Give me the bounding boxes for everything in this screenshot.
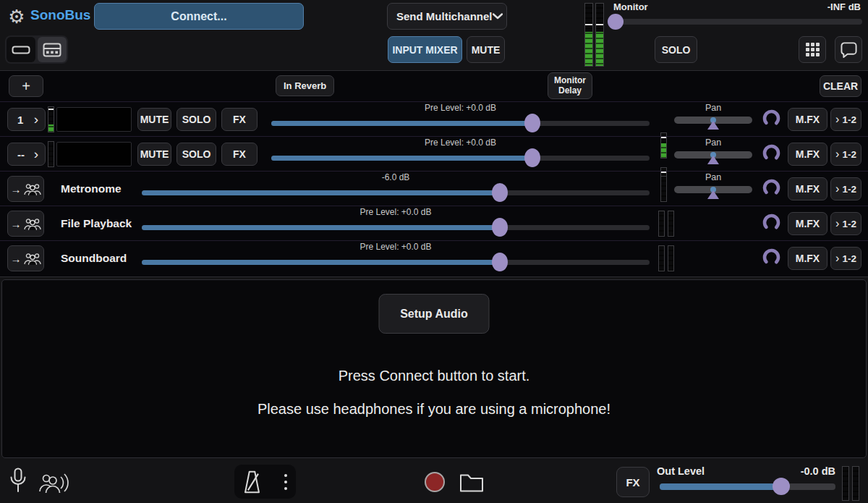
stereo-meter bbox=[658, 245, 674, 271]
view-toggle-group bbox=[5, 35, 68, 64]
record-button[interactable] bbox=[425, 472, 445, 492]
channel-name-box[interactable] bbox=[56, 107, 132, 132]
channel-route-button[interactable]: › 1-2 bbox=[830, 177, 861, 200]
pre-level-thumb[interactable] bbox=[524, 114, 540, 132]
out-level-thumb[interactable] bbox=[773, 478, 790, 495]
group-icon bbox=[24, 253, 41, 265]
pre-level-thumb[interactable] bbox=[524, 148, 540, 167]
channel-fx-button[interactable]: FX bbox=[221, 143, 258, 166]
channel-expand-button[interactable]: 1 › bbox=[7, 108, 46, 131]
level-thumb[interactable] bbox=[492, 218, 508, 237]
setup-audio-button[interactable]: Setup Audio bbox=[379, 294, 490, 334]
level-slider[interactable] bbox=[142, 254, 650, 270]
send-mode-value: Send Multichannel bbox=[396, 10, 493, 22]
send-to-group-button[interactable]: → bbox=[7, 211, 44, 237]
metronome-button[interactable] bbox=[242, 470, 263, 494]
level-thumb[interactable] bbox=[492, 183, 508, 202]
input-mixer-panel: + In Reverb Monitor Delay CLEAR 1 › MUTE… bbox=[0, 70, 868, 277]
channel-mfx-button[interactable]: M.FX bbox=[788, 108, 827, 131]
microphone-icon bbox=[9, 468, 27, 495]
compact-view-icon bbox=[12, 44, 30, 56]
metronome-icon bbox=[242, 470, 263, 494]
send-to-group-button[interactable]: → bbox=[7, 245, 44, 271]
pan-thumb[interactable] bbox=[707, 156, 719, 164]
channel-meter bbox=[48, 106, 54, 132]
send-to-group-button[interactable]: → bbox=[7, 176, 44, 202]
channel-expand-button[interactable]: -- › bbox=[7, 143, 46, 166]
chevron-right-icon: › bbox=[34, 146, 38, 162]
pre-level-slider[interactable] bbox=[271, 115, 650, 131]
row-label: File Playback bbox=[61, 206, 132, 241]
main-input-meters bbox=[584, 3, 604, 67]
monitor-knob[interactable] bbox=[762, 109, 781, 128]
monitor-knob[interactable] bbox=[762, 178, 781, 198]
in-reverb-button[interactable]: In Reverb bbox=[276, 75, 334, 96]
grid-view-button[interactable] bbox=[799, 36, 826, 63]
channel-solo-button[interactable]: SOLO bbox=[176, 143, 216, 166]
pan-thumb[interactable] bbox=[707, 121, 719, 130]
add-channel-button[interactable]: + bbox=[9, 75, 43, 97]
level-slider[interactable] bbox=[142, 185, 650, 200]
channel-route-button[interactable]: › 1-2 bbox=[830, 247, 861, 270]
input-mute-button[interactable] bbox=[9, 468, 27, 495]
monitor-knob[interactable] bbox=[762, 143, 781, 163]
channel-route-button[interactable]: › 1-2 bbox=[830, 108, 861, 131]
pre-level-label: Pre Level: +0.0 dB bbox=[271, 138, 650, 148]
chat-button[interactable] bbox=[835, 36, 862, 63]
channel-fx-button[interactable]: FX bbox=[221, 108, 258, 131]
channel-mute-button[interactable]: MUTE bbox=[137, 143, 171, 166]
row-label: Soundboard bbox=[61, 241, 127, 276]
output-fx-button[interactable]: FX bbox=[616, 467, 650, 497]
output-meters bbox=[842, 466, 859, 501]
out-level-value: -0.0 dB bbox=[801, 465, 835, 477]
sonobus-window: ⚙ SonoBus Connect... Send Multichannel I… bbox=[0, 0, 868, 503]
channel-route-button[interactable]: › 1-2 bbox=[830, 143, 861, 166]
self-monitor-button[interactable] bbox=[38, 470, 74, 496]
row-label: Metronome bbox=[61, 172, 122, 206]
mixer-row-metronome: → Metronome -6.0 dB Pan M.FX › bbox=[0, 171, 868, 206]
view-toggle-mixer[interactable] bbox=[38, 37, 67, 62]
group-icon bbox=[24, 218, 41, 230]
people-sound-icon bbox=[38, 470, 74, 496]
arrow-right-icon: → bbox=[11, 218, 22, 230]
level-slider[interactable] bbox=[142, 219, 650, 235]
master-mute-button[interactable]: MUTE bbox=[467, 36, 505, 63]
pan-thumb[interactable] bbox=[707, 190, 719, 199]
monitor-knob[interactable] bbox=[762, 213, 781, 232]
channel-mfx-button[interactable]: M.FX bbox=[788, 177, 827, 200]
monitor-slider-thumb[interactable] bbox=[608, 14, 624, 30]
channel-solo-button[interactable]: SOLO bbox=[176, 108, 216, 131]
pan-slider[interactable] bbox=[674, 183, 752, 202]
channel-mute-button[interactable]: MUTE bbox=[137, 108, 171, 131]
pan-slider[interactable] bbox=[674, 114, 752, 132]
pan-slider[interactable] bbox=[674, 148, 752, 167]
channel-mfx-button[interactable]: M.FX bbox=[788, 247, 827, 270]
channel-name-box[interactable] bbox=[56, 142, 132, 166]
out-level-slider[interactable] bbox=[660, 478, 835, 494]
level-thumb[interactable] bbox=[492, 253, 508, 271]
main-panel: Setup Audio Press Connect button to star… bbox=[1, 279, 867, 458]
channel-mfx-button[interactable]: M.FX bbox=[788, 143, 827, 166]
monitor-delay-button[interactable]: Monitor Delay bbox=[548, 72, 592, 99]
dots-menu-icon bbox=[284, 474, 287, 477]
settings-button[interactable]: ⚙ bbox=[6, 6, 27, 28]
master-solo-button[interactable]: SOLO bbox=[655, 36, 697, 63]
monitor-knob[interactable] bbox=[762, 248, 781, 267]
connect-button[interactable]: Connect... bbox=[94, 3, 304, 30]
level-label: Pre Level: +0.0 dB bbox=[142, 207, 650, 217]
channel-mfx-button[interactable]: M.FX bbox=[788, 212, 827, 235]
clear-button[interactable]: CLEAR bbox=[820, 75, 861, 97]
file-open-button[interactable] bbox=[459, 471, 484, 493]
metronome-menu-button[interactable] bbox=[284, 474, 287, 490]
metronome-controls bbox=[234, 465, 296, 499]
pan-label: Pan bbox=[674, 138, 752, 148]
arrow-right-icon: → bbox=[11, 183, 22, 195]
route-label: 1-2 bbox=[842, 114, 856, 125]
pre-level-slider[interactable] bbox=[271, 150, 650, 166]
view-toggle-compact[interactable] bbox=[7, 37, 35, 62]
input-mixer-button[interactable]: INPUT MIXER bbox=[388, 36, 462, 63]
monitor-slider[interactable] bbox=[612, 14, 862, 29]
channel-route-button[interactable]: › 1-2 bbox=[830, 212, 861, 235]
send-mode-select[interactable]: Send Multichannel bbox=[387, 3, 507, 30]
grid-icon bbox=[806, 43, 820, 56]
